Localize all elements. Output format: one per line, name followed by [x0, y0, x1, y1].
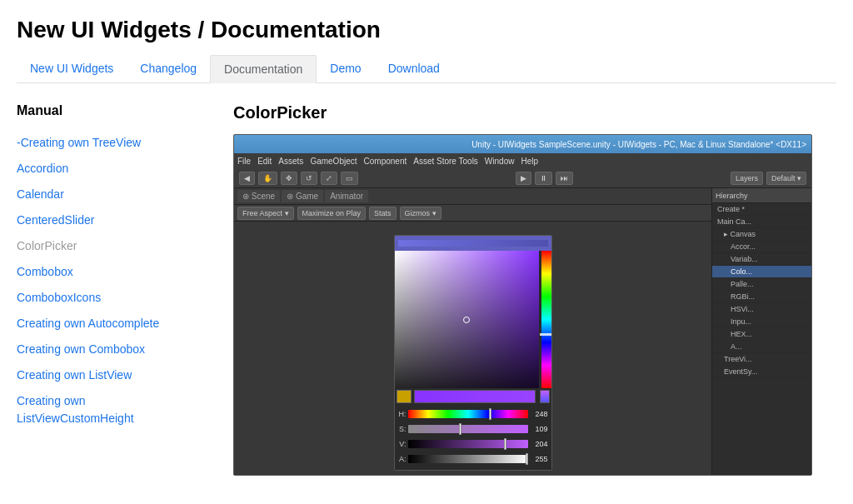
sidebar-item-combobox-icons[interactable]: ComboboxIcons [17, 285, 200, 311]
sidebar-item-creating-own-listview-custom-height[interactable]: Creating own ListViewCustomHeight [17, 388, 200, 432]
scene-viewport: H: 248 S: [234, 222, 711, 475]
sidebar-item-combobox[interactable]: Combobox [17, 259, 200, 285]
tab-scene[interactable]: ⊛ Scene [237, 190, 280, 202]
hierarchy-rgb[interactable]: RGBi... [712, 291, 811, 303]
unity-menubar: File Edit Assets GameObject Component As… [234, 153, 811, 168]
unity-toolbar: ◀ ✋ ✥ ↺ ⤢ ▭ ▶ ⏸ ⏭ Layers Default ▾ [234, 168, 811, 188]
nav-item-documentation[interactable]: Documentation [210, 55, 317, 83]
hue-strip[interactable] [541, 251, 551, 388]
viewport-stats[interactable]: Stats [369, 207, 397, 220]
hierarchy-eventsys[interactable]: EventSy... [712, 366, 811, 378]
hierarchy-variab[interactable]: Variab... [712, 253, 811, 266]
slider-h-value: 248 [530, 410, 548, 418]
nav-item-demo[interactable]: Demo [317, 55, 374, 83]
scene-panel-tabs: ⊛ Scene ⊛ Game Animator [234, 188, 711, 205]
color-picker-gradient[interactable] [395, 251, 551, 388]
slider-a-track[interactable] [408, 455, 528, 463]
hierarchy-create[interactable]: Create * [712, 203, 811, 216]
color-picker-widget: H: 248 S: [394, 235, 552, 471]
menu-window[interactable]: Window [485, 157, 515, 166]
content-area: Manual -Creating own TreeView Accordion … [17, 103, 836, 476]
page-wrapper: New UI Widgets / Documentation New UI Wi… [0, 0, 853, 476]
scene-view: ⊛ Scene ⊛ Game Animator Free Aspect ▾ Ma… [234, 188, 711, 475]
toolbar-move-btn[interactable]: ✥ [281, 172, 297, 185]
color-preview-bar [414, 390, 536, 403]
toolbar-step-btn[interactable]: ⏭ [556, 172, 573, 185]
sidebar-item-centered-slider[interactable]: CenteredSlider [17, 207, 200, 233]
menu-edit[interactable]: Edit [257, 157, 272, 166]
menu-assets[interactable]: Assets [278, 157, 303, 166]
hierarchy-a[interactable]: A... [712, 341, 811, 353]
menu-component[interactable]: Component [364, 157, 407, 166]
color-swatch-current [397, 390, 412, 403]
sidebar-item-creating-own-listview[interactable]: Creating own ListView [17, 362, 200, 388]
toolbar-rotate-btn[interactable]: ↺ [301, 172, 317, 185]
main-content: ColorPicker Unity - UIWidgets SampleScen… [233, 103, 836, 476]
sidebar-item-accordion[interactable]: Accordion [17, 156, 200, 182]
hierarchy-hex[interactable]: HEX... [712, 328, 811, 341]
hierarchy-canvas[interactable]: ▸ Canvas [712, 228, 811, 241]
slider-s-label: S: [398, 425, 407, 433]
sidebar-item-creating-own-autocomplete[interactable]: Creating own Autocomplete [17, 311, 200, 337]
viewport-gizmos[interactable]: Gizmos ▾ [400, 207, 441, 220]
color-gradient-main[interactable] [395, 251, 539, 388]
hierarchy-main-camera[interactable]: Main Ca... [712, 216, 811, 228]
sidebar: Manual -Creating own TreeView Accordion … [17, 103, 200, 476]
sidebar-item-calendar[interactable]: Calendar [17, 182, 200, 207]
hierarchy-palette[interactable]: Palle... [712, 278, 811, 291]
hierarchy-panel: Hierarchy Create * Main Ca... ▸ Canvas A… [711, 188, 811, 475]
hierarchy-accordi[interactable]: Accor... [712, 241, 811, 253]
unity-bottom-bar: Project Create * [234, 475, 811, 476]
tab-game[interactable]: ⊛ Game [282, 190, 323, 202]
hierarchy-color[interactable]: Colo... [712, 266, 811, 278]
slider-s-value: 109 [530, 425, 548, 433]
slider-v-track[interactable] [408, 440, 528, 448]
slider-a-value: 255 [530, 455, 548, 463]
unity-editor-screenshot: Unity - UIWidgets SampleScene.unity - UI… [233, 134, 812, 476]
color-picker-header [395, 236, 551, 251]
unity-title-text: Unity - UIWidgets SampleScene.unity - UI… [471, 140, 806, 149]
slider-v-value: 204 [530, 440, 548, 448]
viewport-maximize[interactable]: Maximize on Play [297, 207, 367, 220]
sidebar-item-creating-own-treeview[interactable]: -Creating own TreeView [17, 130, 200, 156]
menu-help[interactable]: Help [521, 157, 538, 166]
slider-h-track[interactable] [408, 410, 528, 418]
toolbar-back-btn[interactable]: ◀ [239, 172, 255, 185]
tab-animator[interactable]: Animator [325, 190, 368, 202]
nav-item-download[interactable]: Download [375, 55, 453, 83]
menu-gameobject[interactable]: GameObject [310, 157, 357, 166]
hierarchy-treeview[interactable]: TreeVi... [712, 353, 811, 366]
slider-v-row: V: 204 [398, 437, 548, 451]
slider-h-label: H: [398, 410, 407, 418]
viewport-shading[interactable]: Free Aspect ▾ [237, 207, 294, 220]
menu-assetstore[interactable]: Asset Store Tools [413, 157, 478, 166]
page-title: New UI Widgets / Documentation [17, 17, 836, 43]
slider-a-label: A: [398, 455, 407, 463]
toolbar-pause-btn[interactable]: ⏸ [535, 172, 552, 185]
sidebar-item-color-picker: ColorPicker [17, 233, 200, 259]
color-picker-sliders: H: 248 S: [395, 405, 551, 470]
toolbar-layout-btn[interactable]: Default ▾ [766, 172, 806, 185]
unity-titlebar: Unity - UIWidgets SampleScene.unity - UI… [234, 135, 811, 153]
slider-a-row: A: 255 [398, 452, 548, 466]
toolbar-rect-btn[interactable]: ▭ [341, 172, 358, 185]
hierarchy-header: Hierarchy [712, 188, 811, 203]
navigation-bar: New UI Widgets Changelog Documentation D… [17, 55, 836, 83]
viewport-toolbar: Free Aspect ▾ Maximize on Play Stats Giz… [234, 205, 711, 222]
unity-panels: ⊛ Scene ⊛ Game Animator Free Aspect ▾ Ma… [234, 188, 811, 475]
color-picker-cursor [463, 317, 470, 323]
toolbar-layers-btn[interactable]: Layers [731, 172, 763, 185]
slider-h-row: H: 248 [398, 407, 548, 421]
color-alpha-strip [540, 390, 550, 403]
menu-file[interactable]: File [237, 157, 251, 166]
hierarchy-input[interactable]: Inpu... [712, 316, 811, 328]
sidebar-item-creating-own-combobox[interactable]: Creating own Combobox [17, 337, 200, 362]
nav-item-new-ui-widgets[interactable]: New UI Widgets [17, 55, 127, 83]
toolbar-play-btn[interactable]: ▶ [516, 172, 531, 185]
toolbar-scale-btn[interactable]: ⤢ [321, 172, 337, 185]
nav-item-changelog[interactable]: Changelog [127, 55, 210, 83]
slider-s-row: S: 109 [398, 422, 548, 436]
toolbar-hand-btn[interactable]: ✋ [258, 172, 277, 185]
slider-s-track[interactable] [408, 425, 528, 433]
hierarchy-hsv[interactable]: HSVi... [712, 303, 811, 316]
